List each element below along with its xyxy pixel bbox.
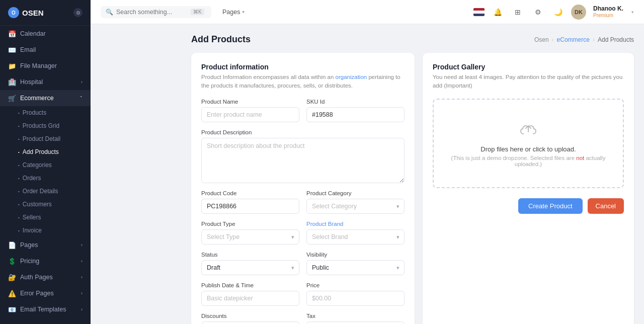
dropzone[interactable]: Drop files here or click to upload. (Thi… xyxy=(433,99,624,188)
sidebar-item-label: Ecommerce xyxy=(20,95,80,102)
content-grid: Product information Product Information … xyxy=(191,53,634,324)
user-chevron-icon[interactable]: ▾ xyxy=(631,10,634,15)
sidebar-sub-product-detail[interactable]: Product Detail xyxy=(0,132,91,145)
publish-date-label: Publish Date & Time xyxy=(201,282,299,288)
user-badge: Premium xyxy=(593,13,623,19)
product-desc-textarea[interactable] xyxy=(201,138,405,183)
tax-group: Tax Select Tax xyxy=(306,313,405,325)
sidebar-settings-icon[interactable]: ⚙ xyxy=(73,8,83,17)
sidebar-item-ecommerce[interactable]: 🛒 Ecommerce ˅ xyxy=(0,90,91,106)
components-section-label: COMPONENTS xyxy=(0,317,91,324)
product-name-input[interactable] xyxy=(201,107,299,122)
settings-icon[interactable]: ⚙ xyxy=(531,5,545,19)
product-type-group: Product Type Select Type xyxy=(201,221,299,245)
notification-icon[interactable]: 🔔 xyxy=(491,5,505,19)
product-type-select[interactable]: Select Type xyxy=(201,229,299,245)
logo-text: OSEN xyxy=(22,9,44,17)
product-category-group: Product Category Select Category xyxy=(306,190,405,214)
product-category-select[interactable]: Select Category xyxy=(306,199,405,214)
sku-id-input[interactable] xyxy=(306,107,405,122)
sidebar-item-calendar[interactable]: 📅 Calendar xyxy=(0,26,91,42)
search-box[interactable]: 🔍 ⌘K xyxy=(101,6,211,18)
calendar-icon: 📅 xyxy=(8,30,16,38)
sidebar-sub-products-grid[interactable]: Products Grid xyxy=(0,119,91,132)
form-row-type-brand: Product Type Select Type Product Brand S… xyxy=(201,221,405,245)
product-desc-group: Product Description xyxy=(201,129,405,183)
organization-link[interactable]: organization xyxy=(336,74,367,80)
sidebar-sub-add-products[interactable]: Add Products xyxy=(0,145,91,158)
sidebar-item-pricing[interactable]: 💲 Pricing › xyxy=(0,253,91,269)
chevron-right-icon: › xyxy=(81,242,83,248)
sidebar-sub-categories[interactable]: Categories xyxy=(0,158,91,172)
ecommerce-icon: 🛒 xyxy=(8,94,16,102)
topbar: 🔍 ⌘K Pages ▾ 🔔 ⊞ ⚙ 🌙 DK Dhanoo K. Premiu… xyxy=(91,0,644,24)
sidebar-item-email-templates[interactable]: 📧 Email Templates › xyxy=(0,301,91,317)
upload-icon xyxy=(519,120,537,141)
sidebar-item-label: Auth Pages xyxy=(20,274,81,281)
sidebar-item-file-manager[interactable]: 📁 File Manager xyxy=(0,58,91,74)
breadcrumb-parent[interactable]: eCommerce xyxy=(557,36,590,43)
product-category-select-wrapper: Select Category xyxy=(306,199,405,214)
product-type-select-wrapper: Select Type xyxy=(201,229,299,245)
price-input[interactable] xyxy=(306,291,405,306)
dropzone-text: Drop files here or click to upload. xyxy=(480,145,576,153)
breadcrumb-root[interactable]: Osen xyxy=(534,36,549,43)
product-brand-select[interactable]: Select Brand xyxy=(306,229,405,245)
hospital-icon: 🏥 xyxy=(8,78,16,86)
sidebar-sub-products[interactable]: Products xyxy=(0,106,91,119)
visibility-select[interactable]: Public Private xyxy=(306,260,405,275)
main-content: Add Products Osen › eCommerce › Add Prod… xyxy=(181,24,644,324)
product-info-desc: Product Information encompasses all data… xyxy=(201,73,405,91)
logo-icon: O xyxy=(8,7,19,18)
sidebar-item-label: Hospital xyxy=(20,78,81,86)
theme-toggle-icon[interactable]: 🌙 xyxy=(551,5,565,19)
sidebar-item-error-pages[interactable]: ⚠️ Error Pages › xyxy=(0,285,91,301)
sidebar-sub-sellers[interactable]: Sellers xyxy=(0,211,91,224)
form-row-discount-tax: Discounts Tax Select Tax xyxy=(201,313,405,325)
discounts-label: Discounts xyxy=(201,313,299,319)
sidebar-item-pages[interactable]: 📄 Pages › xyxy=(0,237,91,253)
sidebar-item-label: Error Pages xyxy=(20,290,81,297)
status-label: Status xyxy=(201,252,299,258)
sidebar-sub-orders[interactable]: Orders xyxy=(0,172,91,185)
search-input[interactable] xyxy=(116,9,187,16)
gallery-card: Product Gallery You need at least 4 imag… xyxy=(423,53,634,324)
search-shortcut: ⌘K xyxy=(191,9,204,15)
sidebar-item-label: Email xyxy=(20,46,83,53)
product-code-input[interactable] xyxy=(201,199,299,214)
sidebar-item-label: Pricing xyxy=(20,258,81,265)
discounts-input[interactable] xyxy=(201,321,299,325)
sidebar-item-hospital[interactable]: 🏥 Hospital › xyxy=(0,74,91,90)
product-info-card: Product information Product Information … xyxy=(191,53,415,324)
apps-icon[interactable]: ⊞ xyxy=(511,5,525,19)
sidebar-item-email[interactable]: ✉️ Email xyxy=(0,42,91,58)
dropzone-sub: (This is just a demo dropzone. Selected … xyxy=(444,155,613,167)
form-row-desc: Product Description xyxy=(201,129,405,183)
visibility-group: Visibility Public Private xyxy=(306,252,405,275)
avatar: DK xyxy=(571,5,586,20)
sidebar-item-auth-pages[interactable]: 🔐 Auth Pages › xyxy=(0,269,91,285)
chevron-right-icon: › xyxy=(81,307,83,312)
status-group: Status Draft Published xyxy=(201,252,299,275)
flag-us-icon[interactable] xyxy=(473,8,485,16)
page-title: Add Products xyxy=(191,34,251,45)
cancel-button[interactable]: Cancel xyxy=(588,198,624,214)
visibility-select-wrapper: Public Private xyxy=(306,260,405,275)
sidebar-sub-invoice[interactable]: Invoice xyxy=(0,224,91,237)
sidebar-sub-order-details[interactable]: Order Details xyxy=(0,185,91,198)
tax-select[interactable]: Select Tax xyxy=(306,321,405,325)
publish-date-input[interactable] xyxy=(201,291,299,306)
tax-label: Tax xyxy=(306,313,405,319)
search-icon: 🔍 xyxy=(106,9,113,16)
sidebar-item-label: Pages xyxy=(20,241,81,249)
sidebar-sub-customers[interactable]: Customers xyxy=(0,198,91,211)
auth-icon: 🔐 xyxy=(8,273,16,281)
create-product-button[interactable]: Create Product xyxy=(518,198,582,214)
product-code-group: Product Code xyxy=(201,190,299,214)
sidebar-item-label: Calendar xyxy=(20,30,83,37)
pages-button[interactable]: Pages ▾ xyxy=(217,6,250,18)
product-category-label: Product Category xyxy=(306,190,405,196)
email-templates-icon: 📧 xyxy=(8,305,16,313)
status-select[interactable]: Draft Published xyxy=(201,260,299,275)
folder-icon: 📁 xyxy=(8,62,16,70)
